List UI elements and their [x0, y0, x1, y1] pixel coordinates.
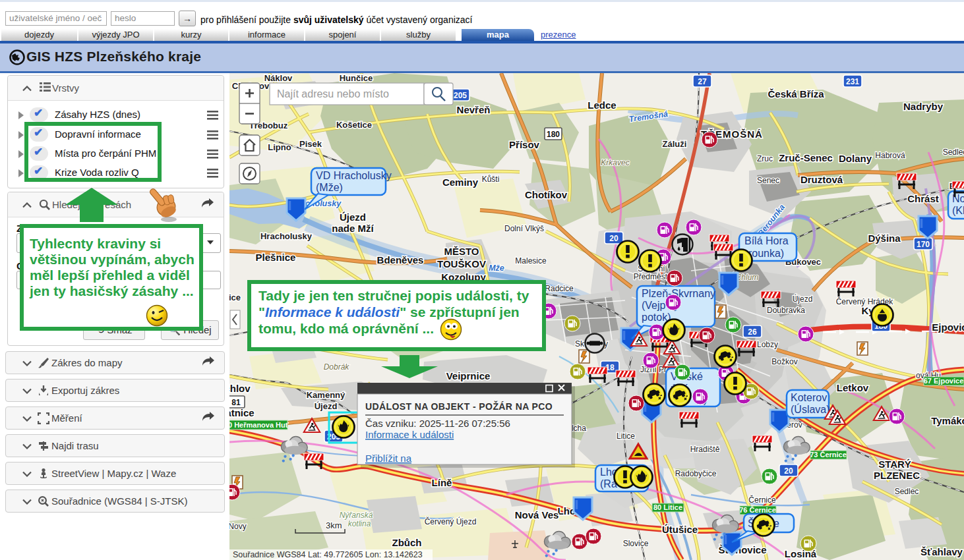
svg-text:20: 20: [609, 234, 618, 243]
svg-text:Informace k události: Informace k události: [365, 429, 454, 440]
svg-text:Radobyčice: Radobyčice: [675, 469, 717, 478]
svg-text:Přísov: Přísov: [509, 139, 540, 150]
svg-text:Litice: Litice: [617, 432, 635, 441]
svg-text:Senec: Senec: [757, 176, 779, 185]
svg-text:Letkov: Letkov: [837, 382, 869, 393]
svg-text:kotlina: kotlina: [348, 519, 371, 528]
svg-text:UDÁLOST NA OBJEKT - POŽÁR NA P: UDÁLOST NA OBJEKT - POŽÁR NA PCO: [365, 401, 553, 412]
svg-text:Habrová: Habrová: [875, 151, 905, 160]
svg-text:TOUŠKOV: TOUŠKOV: [437, 258, 486, 269]
svg-text:67 Ejpovice: 67 Ejpovice: [924, 377, 964, 385]
svg-text:80 Litice: 80 Litice: [653, 503, 682, 511]
svg-text:Ledce: Ledce: [587, 99, 616, 111]
svg-text:Košetice: Košetice: [336, 120, 372, 130]
svg-text:Radcice: Radcice: [545, 284, 574, 293]
svg-text:Mže: Mže: [489, 264, 504, 273]
svg-text:MĚSTO: MĚSTO: [444, 246, 479, 257]
svg-text:Souřadnice WGS84 Lat: 49.77260: Souřadnice WGS84 Lat: 49.772605 Lon: 13.…: [233, 550, 423, 559]
svg-text:Česká Bříza: Česká Bříza: [768, 88, 824, 99]
svg-text:20: 20: [784, 466, 793, 476]
svg-text:Krkavec: Krkavec: [601, 158, 629, 167]
svg-text:ice: ice: [229, 293, 241, 302]
svg-text:atnice: atnice: [229, 407, 255, 418]
svg-text:Ejpovic: Ejpovic: [932, 322, 964, 333]
svg-text:Hunčice: Hunčice: [340, 73, 373, 83]
svg-text:Černice: Černice: [748, 495, 776, 505]
svg-text:tomu, kdo má oprávnění ...: tomu, kdo má oprávnění ...: [258, 321, 434, 336]
svg-text:231: 231: [846, 77, 859, 86]
svg-text:Šťahlavy: Šťahlavy: [920, 546, 963, 557]
svg-text:Újezd: Újezd: [315, 401, 338, 411]
svg-text:Novy: Novy: [229, 522, 247, 531]
svg-text:3km: 3km: [326, 520, 342, 530]
svg-text:Sedlec: Sedlec: [895, 487, 919, 496]
svg-text:Dobrák: Dobrák: [324, 362, 350, 372]
svg-text:STARÝ: STARÝ: [878, 459, 911, 470]
svg-text:Slovice: Slovice: [623, 539, 649, 548]
svg-text:Dýšina: Dýšina: [868, 233, 901, 244]
svg-text:Červený Újezd: Červený Újezd: [425, 517, 477, 526]
svg-text:Kůšti: Kůšti: [482, 175, 500, 184]
svg-text:Chotíkov: Chotíkov: [525, 189, 568, 200]
svg-text:Záluži: Záluži: [663, 139, 687, 149]
svg-text:PLZENEC: PLZENEC: [874, 470, 920, 481]
svg-text:Koterov: Koterov: [791, 392, 827, 403]
svg-text:Lipno: Lipno: [268, 142, 291, 152]
svg-text:Bílá Hora: Bílá Hora: [744, 235, 789, 246]
svg-text:170: 170: [917, 240, 930, 249]
svg-text:Chlum: Chlum: [736, 273, 759, 282]
svg-text:"Informace k události" se zpří: "Informace k události" se zpřístupní jen: [258, 304, 520, 320]
svg-text:Bdeněves: Bdeněves: [377, 254, 424, 266]
svg-text:Pisek: Pisek: [299, 139, 322, 149]
svg-text:Přiblížit na: Přiblížit na: [365, 453, 412, 464]
svg-text:Zbůch: Zbůch: [392, 537, 422, 548]
svg-text:Útušice: Útušice: [662, 524, 698, 535]
svg-text:76 Černice: 76 Černice: [739, 506, 776, 514]
svg-text:Újezd: Újezd: [793, 294, 813, 304]
svg-text:81: 81: [231, 398, 241, 407]
svg-text:(Úslava): (Úslava): [791, 403, 830, 415]
svg-text:Tymáko: Tymáko: [931, 415, 964, 426]
svg-text:Chrást: Chrást: [907, 193, 939, 204]
svg-text:Hradiště: Hradiště: [690, 445, 720, 454]
svg-text:Ceminy: Ceminy: [442, 177, 479, 188]
svg-text:chlov: chlov: [229, 383, 251, 394]
svg-text:(Mže): (Mže): [316, 182, 343, 193]
svg-text:Doubravka: Doubravka: [767, 306, 805, 315]
svg-text:VD Hracholusky: VD Hracholusky: [316, 170, 392, 181]
svg-text:Předměstí: Předměstí: [634, 272, 670, 281]
svg-text:Zruč-Senec: Zruč-Senec: [779, 152, 833, 163]
svg-text:Čas vzniku: 2025-11-26 07:25:5: Čas vzniku: 2025-11-26 07:25:56: [365, 418, 510, 429]
svg-text:Líně: Líně: [432, 477, 452, 488]
svg-text:Dolany: Dolany: [839, 153, 872, 164]
svg-text:Druztová: Druztová: [800, 174, 843, 185]
svg-text:Újezd: Újezd: [340, 211, 366, 223]
svg-text:26: 26: [748, 327, 757, 337]
svg-text:73 Černice: 73 Černice: [810, 451, 847, 459]
svg-text:nade Mží: nade Mží: [332, 223, 374, 234]
svg-text:27: 27: [698, 77, 707, 86]
svg-text:0 Heřmanova Huť: 0 Heřmanova Huť: [229, 421, 289, 429]
svg-text:Kamenný: Kamenný: [307, 390, 346, 400]
svg-text:Tady je jen ten stručnej popis: Tady je jen ten stručnej popis události,…: [258, 288, 529, 303]
svg-text:205: 205: [454, 91, 467, 100]
svg-text:Malesice: Malesice: [515, 256, 547, 266]
svg-text:180: 180: [547, 130, 560, 139]
svg-text:Dolní Vlkýš: Dolní Vlkýš: [504, 224, 544, 233]
svg-text:Veiprnice: Veiprnice: [446, 370, 491, 381]
svg-text:Nadryby: Nadryby: [903, 101, 944, 112]
svg-text:Božkov: Božkov: [771, 357, 797, 366]
svg-text:(Kl: (Kl: [952, 205, 964, 216]
svg-text:Sedlec: Sedlec: [943, 148, 964, 157]
svg-text:Plešnice: Plešnice: [256, 252, 296, 263]
svg-text:Nová Ves: Nová Ves: [515, 509, 559, 520]
svg-text:Najít adresu nebo místo: Najít adresu nebo místo: [277, 88, 389, 99]
svg-text:Nýřanská: Nýřanská: [340, 511, 373, 520]
svg-text:Lobzy: Lobzy: [757, 340, 778, 349]
svg-text:Nevřeň: Nevřeň: [457, 104, 491, 115]
svg-text:Zruc: Zruc: [757, 154, 773, 163]
svg-text:Hracholusky: Hracholusky: [260, 231, 313, 241]
